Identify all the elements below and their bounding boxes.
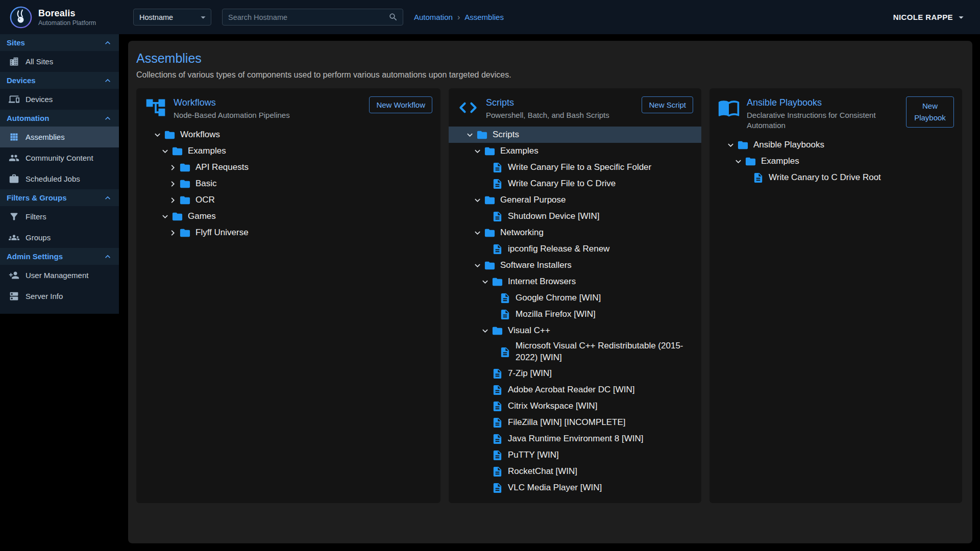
topbar: Borealis Automation Platform Hostname Au… — [0, 0, 980, 34]
tree-file-java-runtime-environment-8-win[interactable]: Java Runtime Environment 8 [WIN] — [449, 431, 701, 447]
sidebar-item-groups[interactable]: Groups — [0, 227, 119, 248]
sidebar-section-admin-settings[interactable]: Admin Settings — [0, 248, 119, 265]
tree-file-google-chrome-win[interactable]: Google Chrome [WIN] — [449, 290, 701, 306]
tree-file-putty-win[interactable]: PuTTY [WIN] — [449, 447, 701, 463]
tree-file-microsoft-visual-c-redistributable-2015-2022-win[interactable]: Microsoft Visual C++ Redistributable (20… — [449, 339, 701, 365]
tree-folder-ocr[interactable]: OCR — [136, 192, 440, 208]
sidebar-section-devices[interactable]: Devices — [0, 72, 119, 89]
tree-file-citrix-workspace-win[interactable]: Citrix Workspace [WIN] — [449, 398, 701, 414]
devices-icon — [9, 94, 19, 105]
tree-item-label: PuTTY [WIN] — [508, 448, 559, 463]
chevron-right-icon[interactable] — [166, 228, 179, 238]
chevron-down-icon[interactable] — [731, 156, 745, 167]
card-playbooks: Ansible PlaybooksDeclarative Instruction… — [709, 88, 962, 503]
tree-item-label: Shutdown Device [WIN] — [508, 209, 600, 224]
chevron-up-icon — [103, 38, 113, 48]
workflow-icon — [144, 96, 167, 119]
tree-folder-scripts[interactable]: Scripts — [449, 127, 701, 143]
tree-folder-games[interactable]: Games — [136, 208, 440, 224]
card-header: WorkflowsNode-Based Automation Pipelines… — [136, 96, 440, 120]
sidebar-section-automation[interactable]: Automation — [0, 110, 119, 127]
chevron-down-icon[interactable] — [471, 146, 484, 157]
sidebar-item-label: User Management — [26, 271, 88, 280]
sidebar-item-community-content[interactable]: Community Content — [0, 147, 119, 168]
sidebar: SitesAll SitesDevicesDevicesAutomationAs… — [0, 34, 119, 314]
tree-folder-examples[interactable]: Examples — [449, 143, 701, 159]
tree-file-write-canary-to-c-drive-root[interactable]: Write Canary to C Drive Root — [709, 170, 962, 186]
tree-file-vlc-media-player-win[interactable]: VLC Media Player [WIN] — [449, 480, 701, 496]
user-menu[interactable]: NICOLE RAPPE — [893, 12, 967, 23]
tree-folder-api-requests[interactable]: API Requests — [136, 159, 440, 176]
breadcrumb-item-assemblies[interactable]: Assemblies — [464, 13, 504, 21]
new-script-button[interactable]: New Script — [642, 96, 693, 113]
folder-icon — [745, 156, 756, 167]
sidebar-section-sites[interactable]: Sites — [0, 34, 119, 51]
new-workflow-button[interactable]: New Workflow — [369, 96, 432, 113]
sidebar-section-filters-groups[interactable]: Filters & Groups — [0, 189, 119, 206]
sidebar-item-all-sites[interactable]: All Sites — [0, 51, 119, 72]
tree-file-adobe-acrobat-reader-dc-win[interactable]: Adobe Acrobat Reader DC [WIN] — [449, 382, 701, 398]
tree-folder-networking[interactable]: Networking — [449, 224, 701, 241]
tree-folder-flyff-universe[interactable]: Flyff Universe — [136, 224, 440, 241]
tree-folder-workflows[interactable]: Workflows — [136, 127, 440, 143]
brand-name: Borealis — [38, 8, 96, 19]
breadcrumb: Automation›Assemblies — [414, 13, 504, 22]
tree-file-rocketchat-win[interactable]: RocketChat [WIN] — [449, 463, 701, 480]
chevron-right-icon[interactable] — [166, 162, 179, 173]
sidebar-item-label: Scheduled Jobs — [26, 174, 80, 183]
new-playbook-button[interactable]: New Playbook — [906, 96, 954, 128]
chevron-up-icon — [103, 76, 113, 86]
sidebar-item-user-management[interactable]: User Management — [0, 265, 119, 286]
chevron-down-icon[interactable] — [471, 228, 484, 238]
tree-file-ipconfig-release-renew[interactable]: ipconfig Release & Renew — [449, 241, 701, 257]
tree-folder-general-purpose[interactable]: General Purpose — [449, 192, 701, 208]
tree-folder-examples[interactable]: Examples — [136, 143, 440, 159]
file-icon — [492, 449, 503, 461]
tree-folder-ansible-playbooks[interactable]: Ansible Playbooks — [709, 137, 962, 154]
chevron-down-icon[interactable] — [463, 130, 476, 140]
folder-icon — [484, 194, 496, 206]
tree-file-write-canary-file-to-a-specific-folder[interactable]: Write Canary File to a Specific Folder — [449, 159, 701, 176]
chevron-down-icon[interactable] — [724, 140, 737, 151]
tree-file-mozilla-firefox-win[interactable]: Mozilla Firefox [WIN] — [449, 306, 701, 322]
chevron-right-icon[interactable] — [166, 195, 179, 206]
sidebar-item-filters[interactable]: Filters — [0, 206, 119, 227]
tree-folder-visual-c[interactable]: Visual C++ — [449, 322, 701, 339]
folder-icon — [484, 260, 496, 271]
sidebar-item-server-info[interactable]: Server Info — [0, 286, 119, 307]
chevron-down-icon — [955, 12, 967, 23]
chevron-down-icon[interactable] — [471, 195, 484, 206]
sidebar-item-assemblies[interactable]: Assemblies — [0, 127, 119, 147]
chevron-down-icon[interactable] — [151, 130, 164, 140]
chevron-down-icon[interactable] — [158, 146, 172, 157]
chevron-right-icon[interactable] — [166, 179, 179, 189]
tree-folder-software-installers[interactable]: Software Installers — [449, 257, 701, 273]
brand-subtitle: Automation Platform — [38, 19, 96, 27]
tree-file-filezilla-win-incomplete[interactable]: FileZilla [WIN] [INCOMPLETE] — [449, 414, 701, 431]
tree-folder-examples[interactable]: Examples — [709, 154, 962, 170]
cards-container: WorkflowsNode-Based Automation Pipelines… — [136, 88, 964, 503]
breadcrumb-item-automation[interactable]: Automation — [414, 13, 453, 21]
tree-file-shutdown-device-win[interactable]: Shutdown Device [WIN] — [449, 208, 701, 224]
folder-icon — [179, 227, 191, 239]
tree-file-7-zip-win[interactable]: 7-Zip [WIN] — [449, 365, 701, 382]
file-icon — [499, 346, 511, 358]
tree-item-label: Internet Browsers — [508, 274, 576, 289]
chevron-down-icon[interactable] — [478, 277, 492, 287]
tree-file-write-canary-file-to-c-drive[interactable]: Write Canary File to C Drive — [449, 176, 701, 192]
chevron-down-icon[interactable] — [471, 260, 484, 271]
sidebar-item-scheduled-jobs[interactable]: Scheduled Jobs — [0, 168, 119, 189]
sidebar-item-devices[interactable]: Devices — [0, 89, 119, 110]
sidebar-section-label: Admin Settings — [7, 252, 63, 261]
tree-folder-internet-browsers[interactable]: Internet Browsers — [449, 273, 701, 290]
chevron-down-icon[interactable] — [478, 325, 492, 336]
sidebar-section-label: Devices — [7, 76, 36, 85]
hostname-select[interactable]: Hostname — [133, 9, 211, 26]
tree-item-label: Examples — [761, 154, 799, 169]
tree-folder-basic[interactable]: Basic — [136, 176, 440, 192]
tree-item-label: ipconfig Release & Renew — [508, 242, 609, 257]
folder-icon — [484, 227, 496, 239]
search-input[interactable] — [228, 13, 388, 21]
search-box — [222, 9, 403, 26]
chevron-down-icon[interactable] — [158, 211, 172, 222]
